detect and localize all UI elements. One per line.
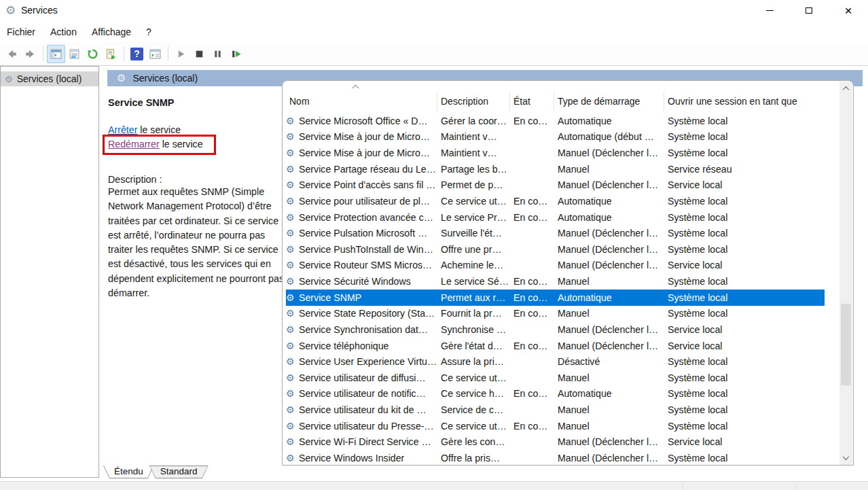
service-description: Le service Pr… <box>437 212 510 223</box>
table-row[interactable]: ⚙ Service SNMP Permet aux r… En co… Auto… <box>286 290 825 306</box>
table-row[interactable]: ⚙ Service téléphonique Gère l'état d… En… <box>286 338 825 354</box>
service-description: Surveille l'ét… <box>437 228 510 239</box>
table-row[interactable]: ⚙ Service Partage réseau du Le… Partage … <box>286 161 825 177</box>
service-startup-type: Automatique <box>554 196 664 207</box>
sidebar-item-label: Services (local) <box>17 73 82 84</box>
service-logon-as: Système local <box>664 421 825 432</box>
service-name: Service User Experience Virtu… <box>299 356 437 367</box>
minimize-icon <box>766 10 774 11</box>
stop-service-button[interactable] <box>190 45 209 63</box>
menu-help[interactable]: ? <box>139 24 159 40</box>
table-row[interactable]: ⚙ Service Mise à jour de Micro… Maintien… <box>286 145 825 161</box>
service-name-cell: ⚙ Service Synchronisation dat… <box>286 324 437 335</box>
services-list-panel: Nom Description État Type de démarrage O… <box>282 80 854 466</box>
table-row[interactable]: ⚙ Service utilisateur du kit de … Servic… <box>286 402 825 418</box>
extended-pane: Service SNMP Arrêter le service Redémarr… <box>108 97 286 300</box>
service-logon-as: Système local <box>664 292 825 303</box>
service-logon-as: Système local <box>664 212 825 223</box>
tab-etendu[interactable]: Étendu <box>103 466 154 478</box>
sidebar-item-services-local[interactable]: ⚙ Services (local) <box>1 71 98 86</box>
start-service-button[interactable] <box>172 45 190 63</box>
table-row[interactable]: ⚙ Service utilisateur du Presse-… Ce ser… <box>286 418 825 434</box>
service-name-cell: ⚙ Service Windows Insider <box>286 453 437 463</box>
service-logon-as: Système local <box>664 308 825 319</box>
menu-action[interactable]: Action <box>43 24 84 40</box>
table-row[interactable]: ⚙ Service User Experience Virtu… Assure … <box>286 353 825 370</box>
service-description: Offre la pris… <box>437 453 510 463</box>
menu-affichage[interactable]: Affichage <box>84 24 139 40</box>
export-list-icon <box>105 48 117 60</box>
extended-view-button[interactable] <box>146 45 164 63</box>
service-startup-type: Automatique <box>554 212 664 223</box>
properties-button[interactable] <box>65 45 84 63</box>
table-row[interactable]: ⚙ Service utilisateur de notific… Ce ser… <box>286 386 825 402</box>
extended-view-icon <box>149 48 161 60</box>
service-gear-icon: ⚙ <box>286 340 295 351</box>
restart-service-button[interactable] <box>227 45 245 63</box>
table-row[interactable]: ⚙ Service Routeur SMS Micros… Achemine l… <box>286 258 825 274</box>
properties-icon <box>69 48 80 60</box>
service-name: Service Mise à jour de Micro… <box>299 147 430 158</box>
table-row[interactable]: ⚙ Service Synchronisation dat… Synchroni… <box>286 321 825 338</box>
restart-service-link[interactable]: Redémarrer <box>108 139 160 150</box>
maximize-button[interactable] <box>789 0 829 21</box>
service-gear-icon: ⚙ <box>286 196 295 207</box>
column-header-description[interactable]: Description <box>437 92 510 111</box>
service-name: Service Microsoft Office « D… <box>299 116 428 126</box>
export-list-button[interactable] <box>102 45 120 63</box>
service-name: Service PushToInstall de Win… <box>299 244 433 255</box>
table-row[interactable]: ⚙ Service Microsoft Office « D… Gérer la… <box>286 113 825 129</box>
menu-fichier[interactable]: Fichier <box>7 24 43 40</box>
status-bar <box>0 481 868 490</box>
service-logon-as: Système local <box>664 147 825 158</box>
service-startup-type: Manuel (Déclencher l… <box>554 179 664 190</box>
service-description: Ce service ut… <box>437 421 510 432</box>
minimize-button[interactable] <box>750 0 789 21</box>
stop-service-link[interactable]: Arrêter <box>108 124 137 135</box>
forward-button[interactable] <box>21 45 39 63</box>
service-gear-icon: ⚙ <box>286 372 295 383</box>
column-header-ouvrir-session[interactable]: Ouvrir une session en tant que <box>664 92 821 111</box>
table-row[interactable]: ⚙ Service utilisateur de diffusi… Ce ser… <box>286 370 825 386</box>
service-name: Service utilisateur du kit de … <box>299 404 427 415</box>
back-button[interactable] <box>3 45 21 63</box>
service-startup-type: Manuel <box>554 372 664 383</box>
scroll-down-button[interactable] <box>839 452 852 463</box>
service-startup-type: Manuel (Déclencher l… <box>554 147 664 158</box>
pause-service-button[interactable] <box>209 45 227 63</box>
table-row[interactable]: ⚙ Service PushToInstall de Win… Offre un… <box>286 241 825 258</box>
table-row[interactable]: ⚙ Service pour utilisateur de pl… Ce ser… <box>286 193 825 209</box>
table-row[interactable]: ⚙ Service Protection avancée c… Le servi… <box>286 209 825 226</box>
table-row[interactable]: ⚙ Service Sécurité Windows Le service Sé… <box>286 273 825 290</box>
vertical-scrollbar[interactable] <box>839 82 852 465</box>
service-description: Partage les b… <box>437 164 510 175</box>
column-header-type-demarrage[interactable]: Type de démarrage <box>554 92 664 111</box>
help-button[interactable]: ? <box>128 45 146 63</box>
table-row[interactable]: ⚙ Service Pulsation Microsoft … Surveill… <box>286 225 825 241</box>
tab-standard[interactable]: Standard <box>149 466 209 478</box>
menu-bar: Fichier Action Affichage ? <box>0 21 868 42</box>
table-row[interactable]: ⚙ Service Mise à jour de Micro… Maintien… <box>286 129 825 145</box>
service-logon-as: Service réseau <box>664 164 825 175</box>
service-gear-icon: ⚙ <box>286 179 295 190</box>
service-name: Service Protection avancée c… <box>299 212 433 223</box>
service-name-cell: ⚙ Service Point d'accès sans fil … <box>286 179 437 190</box>
scrollbar-thumb[interactable] <box>841 304 851 385</box>
scroll-up-button[interactable] <box>839 83 852 94</box>
chevron-up-icon <box>843 86 850 93</box>
column-header-etat[interactable]: État <box>510 92 554 111</box>
close-button[interactable]: × <box>829 0 868 21</box>
refresh-button[interactable] <box>84 45 102 63</box>
table-row[interactable]: ⚙ Service State Repository (Sta… Fournit… <box>286 306 825 322</box>
service-logon-as: Service local <box>664 324 825 335</box>
table-row[interactable]: ⚙ Service Wi-Fi Direct Service … Gère le… <box>286 434 825 451</box>
service-description: Permet de p… <box>437 179 510 190</box>
service-name: Service Wi-Fi Direct Service … <box>299 436 431 447</box>
table-row[interactable]: ⚙ Service Point d'accès sans fil … Perme… <box>286 177 825 194</box>
services-gear-icon: ⚙ <box>5 3 16 18</box>
table-row[interactable]: ⚙ Service Windows Insider Offre la pris…… <box>286 450 825 466</box>
column-header-nom[interactable]: Nom <box>283 92 437 111</box>
show-console-tree-button[interactable] <box>47 45 65 63</box>
service-logon-as: Système local <box>664 276 825 287</box>
service-startup-type: Automatique <box>554 388 664 399</box>
